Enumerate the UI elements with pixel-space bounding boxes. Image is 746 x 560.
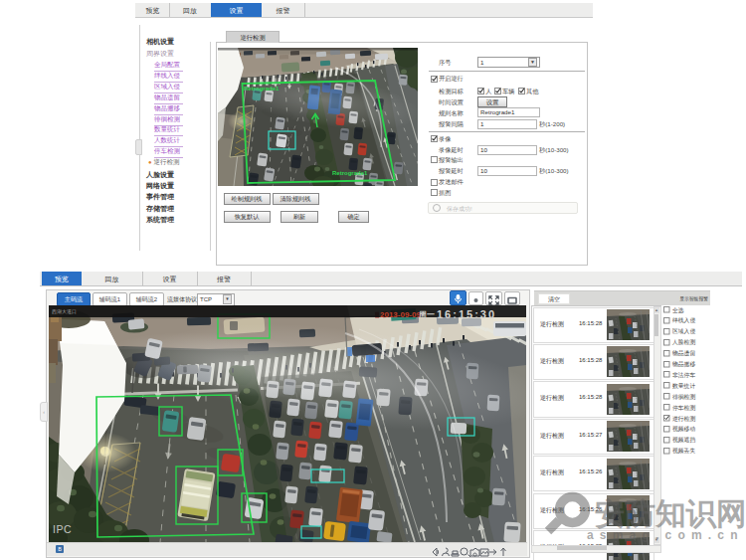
svg-text:安防知识网: 安防知识网 <box>595 496 746 530</box>
svg-text:asmag.com.cn: asmag.com.cn <box>587 528 744 542</box>
svg-text:周一: 周一 <box>418 310 435 319</box>
svg-text:IPC: IPC <box>53 523 72 535</box>
svg-text:西湖大道口: 西湖大道口 <box>52 308 77 315</box>
svg-text:Retrograde1: Retrograde1 <box>244 86 280 92</box>
svg-text:16:15:30: 16:15:30 <box>437 308 496 320</box>
svg-text:2013-09-09: 2013-09-09 <box>380 310 421 319</box>
svg-text:Retrograde1: Retrograde1 <box>332 170 368 176</box>
